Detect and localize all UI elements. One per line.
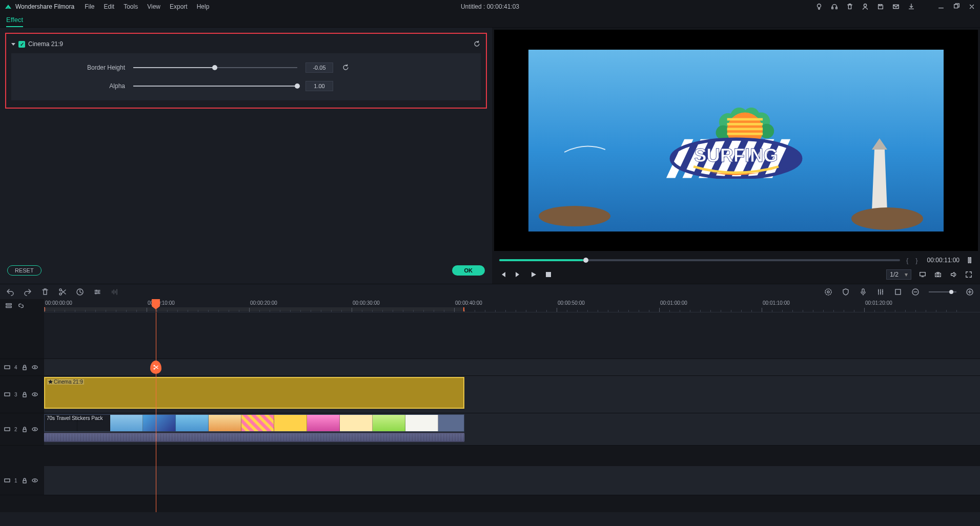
ruler-label: 00:00:00:00 — [45, 300, 72, 306]
svg-rect-49 — [878, 290, 879, 291]
svg-point-3 — [864, 4, 866, 7]
tab-effect[interactable]: Effect — [6, 13, 23, 27]
track-type-icon — [4, 364, 10, 370]
lock-icon[interactable] — [22, 477, 28, 483]
menu-help[interactable]: Help — [197, 3, 210, 10]
clip-effect-cinema[interactable]: Cinema 21:9 — [44, 377, 464, 409]
svg-rect-64 — [23, 394, 26, 397]
effect-enable-checkbox[interactable] — [18, 41, 25, 48]
preview-panel: SURFING { } — [492, 28, 980, 284]
svg-text:SURFING: SURFING — [694, 145, 778, 166]
trash-icon[interactable] — [846, 3, 854, 11]
save-icon[interactable] — [876, 3, 885, 11]
mark-out-icon[interactable]: } — [914, 257, 918, 264]
lighthouse-icon — [810, 129, 923, 232]
next-frame-button[interactable] — [515, 271, 522, 278]
delete-icon[interactable] — [41, 288, 49, 296]
snapshot-icon[interactable] — [934, 270, 942, 279]
menu-export[interactable]: Export — [170, 3, 188, 10]
preview-graphic: SURFING — [651, 102, 821, 179]
stop-button[interactable] — [545, 271, 552, 278]
value-border-height[interactable]: -0.05 — [305, 62, 333, 73]
lock-icon[interactable] — [22, 426, 28, 432]
tabbar: Effect — [0, 13, 980, 28]
voiceover-icon[interactable] — [859, 288, 867, 296]
speed-icon[interactable] — [76, 288, 84, 296]
mark-in-icon[interactable]: { — [905, 257, 909, 264]
preview-progress[interactable] — [499, 259, 900, 261]
split-icon[interactable] — [58, 288, 67, 296]
download-icon[interactable] — [907, 3, 915, 11]
display-icon[interactable] — [918, 270, 927, 279]
maximize-icon[interactable] — [952, 3, 961, 11]
volume-icon[interactable] — [949, 270, 957, 279]
prev-frame-button[interactable] — [499, 271, 506, 278]
zoom-in-icon[interactable] — [966, 288, 974, 296]
zoom-out-icon[interactable] — [911, 288, 920, 296]
effect-box: Cinema 21:9 Border Height -0.05 Alpha — [5, 33, 487, 109]
eye-icon[interactable] — [32, 477, 38, 483]
timecode-toggle-icon[interactable] — [965, 256, 973, 264]
reset-effect-icon[interactable] — [473, 40, 481, 48]
transport-row: 1/2 — [492, 267, 980, 284]
crop-icon[interactable] — [894, 288, 902, 296]
menu-edit[interactable]: Edit — [104, 3, 115, 10]
reset-button[interactable]: RESET — [7, 265, 42, 276]
reset-param-icon[interactable] — [341, 64, 350, 72]
mixer-icon[interactable] — [876, 288, 885, 296]
track-4: 4 — [0, 359, 980, 376]
headphones-icon[interactable] — [830, 3, 839, 11]
redo-icon[interactable] — [24, 288, 32, 296]
menu-file[interactable]: File — [85, 3, 94, 10]
clip-audio[interactable] — [44, 433, 464, 442]
lightbulb-icon[interactable] — [815, 3, 823, 11]
menu-tools[interactable]: Tools — [124, 3, 138, 10]
current-time: 00:00:11:00 — [927, 257, 959, 264]
track-manager-icon[interactable] — [5, 302, 12, 309]
clip-video[interactable]: 70s Travel Stickers Pack — [44, 414, 464, 432]
playhead[interactable] — [156, 299, 156, 312]
mail-icon[interactable] — [892, 3, 900, 11]
lock-icon[interactable] — [22, 364, 28, 370]
close-icon[interactable] — [968, 3, 976, 11]
split-handle[interactable] — [150, 361, 161, 374]
slider-alpha[interactable] — [133, 86, 297, 87]
adjust-icon[interactable] — [93, 288, 101, 296]
eye-icon[interactable] — [32, 391, 38, 397]
svg-rect-58 — [23, 367, 26, 370]
fullscreen-icon[interactable] — [965, 270, 973, 279]
timeline-ruler[interactable]: 00:00:00:0000:00:10:0000:00:20:0000:00:3… — [44, 299, 980, 312]
ok-button[interactable]: OK — [452, 265, 485, 276]
svg-rect-2 — [836, 7, 838, 9]
track-2: 2 70s Travel Stickers Pack — [0, 413, 980, 446]
user-icon[interactable] — [861, 3, 869, 11]
track-number: 2 — [14, 427, 17, 432]
preview-canvas[interactable]: SURFING — [494, 30, 978, 251]
svg-point-61 — [154, 365, 155, 367]
eye-icon[interactable] — [32, 426, 38, 432]
preview-page-select[interactable]: 1/2 — [886, 269, 911, 280]
undo-icon[interactable] — [6, 288, 14, 296]
menu-view[interactable]: View — [147, 3, 160, 10]
playhead-line — [156, 312, 156, 512]
render-icon[interactable] — [824, 288, 832, 296]
svg-point-39 — [937, 274, 939, 276]
param-border-height: Border Height -0.05 — [23, 62, 469, 73]
play-button[interactable] — [530, 271, 537, 278]
work-area-range[interactable] — [44, 307, 464, 311]
svg-rect-17 — [727, 123, 763, 125]
param-label: Alpha — [23, 82, 125, 90]
link-icon[interactable] — [17, 302, 25, 309]
slider-border-height[interactable] — [133, 67, 297, 68]
zoom-slider[interactable] — [929, 291, 956, 292]
audio-adjust-icon[interactable] — [111, 288, 119, 296]
marker-shield-icon[interactable] — [842, 288, 850, 296]
svg-rect-71 — [5, 479, 10, 482]
svg-point-47 — [827, 291, 829, 293]
value-alpha[interactable]: 1.00 — [305, 81, 333, 91]
lock-icon[interactable] — [22, 391, 28, 397]
eye-icon[interactable] — [32, 364, 38, 370]
track-type-icon — [4, 426, 10, 432]
minimize-icon[interactable] — [937, 3, 945, 11]
collapse-icon[interactable] — [11, 43, 15, 46]
